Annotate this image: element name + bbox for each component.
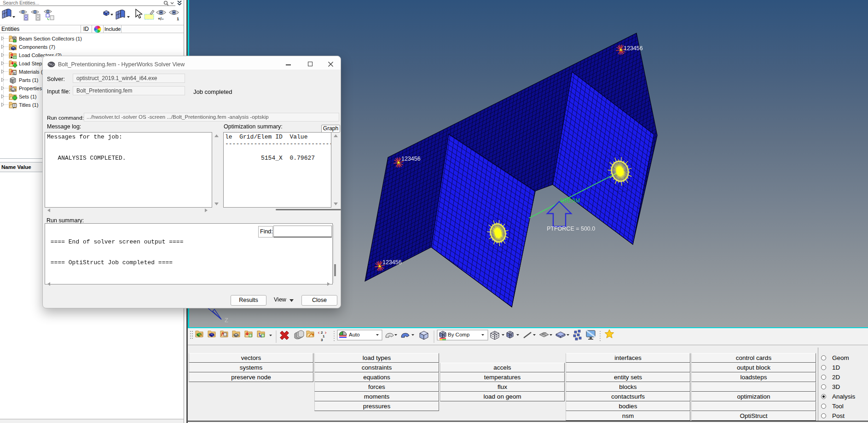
svg-text:123456: 123456 [382,259,402,266]
svg-text:PTFORCE = 500.0: PTFORCE = 500.0 [547,226,595,232]
svg-text:Sets (1): Sets (1) [19,94,37,99]
svg-text:E: E [13,71,16,75]
svg-text:CBEAM: CBEAM [560,197,580,204]
svg-text:+/–: +/– [158,17,164,21]
svg-text:Parts (1): Parts (1) [19,77,38,83]
svg-text:3: 3 [321,338,323,342]
svg-text:Beam Section Collectors (1): Beam Section Collectors (1) [19,36,82,41]
svg-text:Components (7): Components (7) [19,44,55,50]
svg-text:By Comp: By Comp [448,332,469,337]
svg-text:123456: 123456 [401,156,421,162]
svg-text:1: 1 [177,17,179,21]
svg-text:123456: 123456 [624,45,643,52]
svg-text:Titles (1): Titles (1) [19,102,38,108]
svg-text:Z: Z [225,317,228,324]
svg-text:Auto: Auto [349,332,360,337]
svg-text:1: 1 [323,334,325,338]
